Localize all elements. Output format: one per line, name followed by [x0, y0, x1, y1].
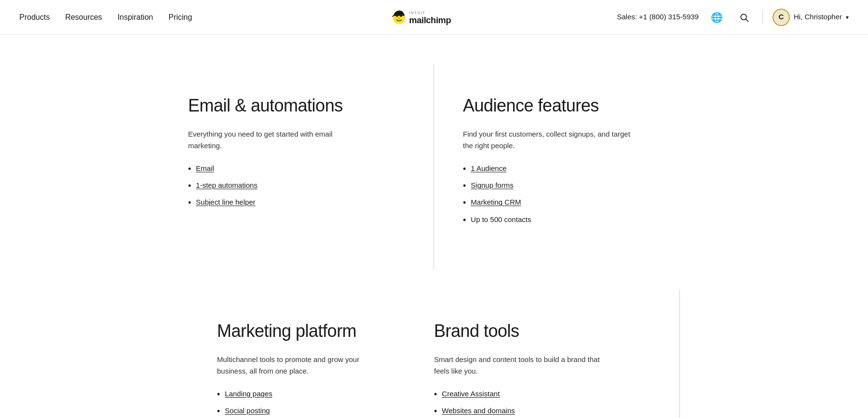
link-creative-assistant[interactable]: Creative Assistant: [442, 389, 500, 400]
section-marketing-platform: Marketing platform Multichannel tools to…: [188, 289, 434, 418]
list-item: • Up to 500 contacts: [463, 214, 680, 226]
section-desc-brand: Smart design and content tools to build …: [434, 354, 608, 377]
list-item: • Signup forms: [463, 180, 680, 192]
main-content: Email & automations Everything you need …: [169, 35, 699, 418]
section-list-marketing: • Landing pages • Social posting • Faceb…: [217, 389, 434, 418]
list-item: • 1-step automations: [188, 180, 405, 192]
section-desc-audience: Find your first customers, collect signu…: [463, 128, 637, 152]
sales-phone: Sales: +1 (800) 315-5939: [617, 12, 699, 23]
link-landing-pages[interactable]: Landing pages: [225, 389, 272, 400]
bullet-icon: •: [434, 405, 437, 418]
link-1-audience[interactable]: 1 Audience: [471, 163, 506, 174]
bullet-icon: •: [434, 389, 437, 401]
list-item: • 1 Audience: [463, 163, 680, 175]
list-item: • Subject line helper: [188, 197, 405, 209]
link-websites-domains[interactable]: Websites and domains: [442, 405, 515, 417]
bullet-icon: •: [217, 405, 220, 418]
sections-grid: Email & automations Everything you need …: [188, 64, 680, 418]
section-title-email: Email & automations: [188, 93, 405, 119]
bullet-icon: •: [463, 180, 466, 192]
section-desc-marketing: Multichannel tools to promote and grow y…: [217, 354, 391, 377]
svg-point-3: [398, 17, 400, 19]
section-desc-email: Everything you need to get started with …: [188, 128, 362, 152]
nav-left: Products Resources Inspiration Pricing: [19, 12, 192, 23]
list-item: • Social posting: [217, 405, 434, 418]
svg-text:mailchimp: mailchimp: [409, 14, 451, 25]
text-contacts: Up to 500 contacts: [471, 214, 531, 225]
search-button[interactable]: [735, 9, 753, 26]
bullet-icon: •: [188, 163, 191, 175]
link-signup-forms[interactable]: Signup forms: [471, 180, 513, 191]
user-greeting: Hi, Christopher: [794, 12, 842, 23]
list-item: • Websites and domains: [434, 405, 651, 418]
section-title-audience: Audience features: [463, 93, 680, 119]
section-title-brand: Brand tools: [434, 318, 651, 344]
bullet-icon: •: [188, 197, 191, 209]
list-item: • Marketing CRM: [463, 197, 680, 209]
list-item: • Email: [188, 163, 405, 175]
link-subject-line-helper[interactable]: Subject line helper: [196, 197, 255, 208]
section-email-automations: Email & automations Everything you need …: [188, 64, 434, 270]
chevron-down-icon: ▾: [846, 13, 849, 22]
globe-button[interactable]: 🌐: [708, 9, 726, 26]
bullet-icon: •: [463, 163, 466, 175]
list-item: • Landing pages: [217, 389, 434, 401]
nav-products[interactable]: Products: [19, 12, 50, 23]
nav-pricing[interactable]: Pricing: [168, 12, 192, 23]
logo[interactable]: INTUIT mailchimp: [390, 8, 478, 27]
bullet-icon: •: [463, 197, 466, 209]
link-social-posting[interactable]: Social posting: [225, 405, 270, 417]
search-icon: [739, 13, 749, 22]
nav-resources[interactable]: Resources: [65, 12, 102, 23]
section-list-brand: • Creative Assistant • Websites and doma…: [434, 389, 651, 418]
section-audience-features: Audience features Find your first custom…: [434, 64, 680, 270]
link-1step-automations[interactable]: 1-step automations: [196, 180, 258, 191]
avatar: C: [773, 9, 790, 26]
user-menu[interactable]: C Hi, Christopher ▾: [773, 9, 849, 26]
bullet-icon: •: [217, 389, 220, 401]
list-item: • Creative Assistant: [434, 389, 651, 401]
nav-right: Sales: +1 (800) 315-5939 🌐 C Hi, Christo…: [617, 9, 849, 26]
bullet-icon: •: [463, 214, 466, 226]
link-marketing-crm[interactable]: Marketing CRM: [471, 197, 521, 208]
globe-icon: 🌐: [711, 12, 723, 23]
nav-inspiration[interactable]: Inspiration: [118, 12, 153, 23]
site-header: Products Resources Inspiration Pricing: [0, 0, 868, 35]
svg-line-7: [746, 19, 748, 21]
row-spacer: [188, 270, 680, 289]
section-brand-tools: Brand tools Smart design and content too…: [434, 289, 680, 418]
nav-divider: [762, 11, 763, 24]
section-list-email: • Email • 1-step automations • Subject l…: [188, 163, 405, 209]
link-email[interactable]: Email: [196, 163, 214, 174]
section-title-marketing: Marketing platform: [217, 318, 434, 344]
section-list-audience: • 1 Audience • Signup forms • Marketing …: [463, 163, 680, 226]
bullet-icon: •: [188, 180, 191, 192]
